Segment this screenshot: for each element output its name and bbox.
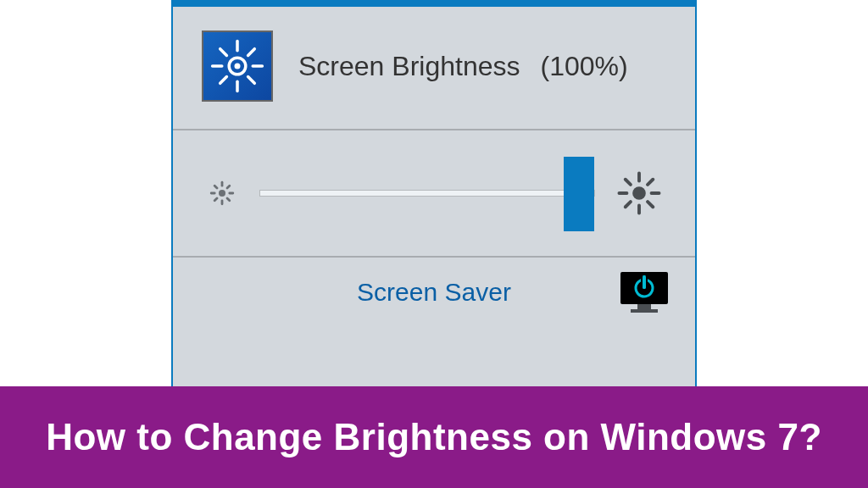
svg-line-15 <box>214 186 217 188</box>
svg-line-16 <box>227 198 230 201</box>
header-text-group: Screen Brightness (100%) <box>298 51 628 82</box>
svg-point-19 <box>632 186 646 200</box>
svg-line-24 <box>626 180 631 185</box>
footer-section: Screen Saver <box>173 258 695 327</box>
brightness-value: (100%) <box>540 51 627 82</box>
slider-section <box>173 130 695 256</box>
svg-line-18 <box>214 198 217 201</box>
svg-line-8 <box>248 49 255 56</box>
svg-rect-30 <box>631 309 658 313</box>
svg-point-1 <box>235 64 241 69</box>
caption-text: How to Change Brightness on Windows 7? <box>46 416 822 458</box>
header-section: Screen Brightness (100%) <box>173 7 695 129</box>
brightness-panel: Screen Brightness (100%) <box>171 0 697 386</box>
caption-bar: How to Change Brightness on Windows 7? <box>0 386 868 488</box>
svg-line-26 <box>648 180 653 185</box>
panel-top-bar <box>173 0 695 7</box>
brightness-slider[interactable] <box>259 190 595 197</box>
brightness-label: Screen Brightness <box>298 51 520 82</box>
power-monitor-icon[interactable] <box>619 270 670 314</box>
sun-high-icon <box>615 169 663 217</box>
slider-thumb[interactable] <box>564 157 594 231</box>
svg-point-10 <box>219 190 225 197</box>
svg-rect-29 <box>637 304 651 309</box>
svg-line-7 <box>248 77 255 84</box>
svg-line-9 <box>220 77 227 84</box>
svg-line-6 <box>220 49 227 56</box>
svg-line-17 <box>227 186 230 188</box>
screen-saver-link[interactable]: Screen Saver <box>357 278 511 307</box>
svg-line-27 <box>626 202 631 207</box>
sun-low-icon <box>205 176 239 210</box>
svg-line-25 <box>648 202 653 207</box>
brightness-icon <box>202 30 273 102</box>
